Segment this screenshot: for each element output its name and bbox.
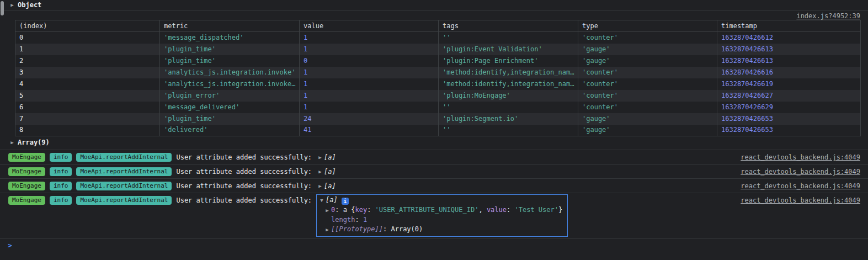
cell-value: 1 <box>300 78 439 90</box>
cell-timestamp: 1632870426653 <box>717 113 861 125</box>
cell-tags: '' <box>439 32 578 44</box>
col-header-tags[interactable]: tags <box>439 20 578 32</box>
cell-index: 3 <box>15 67 160 78</box>
cell-value: 1 <box>300 102 439 113</box>
cell-index: 5 <box>15 90 160 102</box>
source-link[interactable]: react_devtools_backend.js:4049 <box>741 196 860 205</box>
badge-moeapi: MoeApi.reportAddInternal <box>76 167 172 176</box>
cell-value: 1 <box>300 90 439 102</box>
badge-moeapi: MoeApi.reportAddInternal <box>76 182 172 190</box>
cell-value: 1 <box>300 44 439 55</box>
cell-value: 1 <box>300 67 439 78</box>
cell-metric: 'plugin_error' <box>160 90 300 102</box>
badge-moengage: MoEngage <box>8 196 45 205</box>
tree-prototype-row[interactable]: ▶[[Prototype]]: Array(0) <box>318 225 562 235</box>
cell-value: 24 <box>300 113 439 125</box>
table-row: 8 'delivered' 41 '' 'gauge' 163287042665… <box>15 125 861 136</box>
col-header-metric[interactable]: metric <box>160 20 300 32</box>
expand-triangle-icon[interactable]: ▶ <box>323 206 331 215</box>
cell-type: 'gauge' <box>578 113 717 125</box>
info-icon[interactable]: i <box>342 198 349 205</box>
cell-timestamp: 1632870426653 <box>717 125 861 136</box>
array-preview: [a] <box>324 181 336 191</box>
badge-moeapi: MoeApi.reportAddInternal <box>76 196 172 205</box>
badge-moengage: MoEngage <box>8 182 45 190</box>
tree-length-row: length: 1 <box>318 215 562 225</box>
col-header-type[interactable]: type <box>578 20 717 32</box>
string-value: 'Test User' <box>514 206 558 214</box>
array-preview-toggle[interactable]: ▶[a] <box>316 167 336 177</box>
cell-value: 1 <box>300 32 439 44</box>
expand-triangle-icon[interactable]: ▶ <box>8 2 16 9</box>
cell-index: 0 <box>15 32 160 44</box>
class-name: a <box>343 206 351 214</box>
punctuation: : <box>507 206 514 214</box>
prompt-chevron-icon: > <box>8 241 12 251</box>
tree-item-row[interactable]: ▶0: a {key: 'USER_ATTRIBUTE_UNIQUE_ID', … <box>318 205 562 215</box>
source-link[interactable]: react_devtools_backend.js:4049 <box>741 153 860 162</box>
cell-timestamp: 1632870426627 <box>717 90 861 102</box>
cell-tags: '' <box>439 102 578 113</box>
cell-value: 0 <box>300 55 439 67</box>
cell-value: 41 <box>300 125 439 136</box>
expand-triangle-icon[interactable]: ▶ <box>316 181 324 191</box>
console-log-row-expanded: MoEngage info MoeApi.reportAddInternal U… <box>0 193 868 239</box>
cell-timestamp: 1632870426619 <box>717 78 861 90</box>
object-label[interactable]: Object <box>18 1 41 10</box>
cell-index: 2 <box>15 55 160 67</box>
cell-metric: 'message_dispatched' <box>160 32 300 44</box>
left-scrollbar-thumb[interactable] <box>1 1 4 15</box>
col-header-value[interactable]: value <box>300 20 439 32</box>
badge-info: info <box>50 153 72 162</box>
source-link[interactable]: react_devtools_backend.js:4049 <box>741 182 860 191</box>
cell-timestamp: 1632870426616 <box>717 67 861 78</box>
cell-tags: 'method:identify,integration_nam… <box>439 67 578 78</box>
cell-metric: 'plugin_time' <box>160 55 300 67</box>
log-message: User attribute added successfully: <box>176 167 312 177</box>
col-header-index[interactable]: (index) <box>15 20 160 32</box>
cell-metric: 'plugin_time' <box>160 44 300 55</box>
cell-type: 'counter' <box>578 90 717 102</box>
punctuation: : <box>355 216 363 224</box>
array-preview-toggle[interactable]: ▶[a] <box>316 152 336 162</box>
console-table: (index) metric value tags type timestamp… <box>15 20 861 136</box>
badge-info: info <box>50 167 72 176</box>
prototype-key: [[Prototype]] <box>331 225 383 233</box>
expand-triangle-icon[interactable]: ▶ <box>316 152 324 162</box>
number-value: 1 <box>363 216 367 224</box>
array-label[interactable]: Array(9) <box>18 138 50 147</box>
badge-moengage: MoEngage <box>8 153 45 162</box>
expanded-object-tree: ▼[a]i ▶0: a {key: 'USER_ATTRIBUTE_UNIQUE… <box>316 194 568 237</box>
tree-root-row[interactable]: ▼[a]i <box>318 195 562 205</box>
cell-index: 4 <box>15 78 160 90</box>
cell-type: 'counter' <box>578 67 717 78</box>
col-header-timestamp[interactable]: timestamp <box>717 20 861 32</box>
cell-metric: 'analytics_js.integration.invoke' <box>160 67 300 78</box>
punctuation: : <box>335 206 343 214</box>
array-preview: [a] <box>326 196 338 204</box>
source-link[interactable]: index.js?4952:39 <box>796 12 860 21</box>
string-value: 'USER_ATTRIBUTE_UNIQUE_ID' <box>375 206 479 214</box>
log-message: User attribute added successfully: <box>176 152 312 162</box>
cell-timestamp: 1632870426612 <box>717 32 861 44</box>
cell-metric: 'plugin_time' <box>160 113 300 125</box>
expand-triangle-icon[interactable]: ▶ <box>323 225 331 235</box>
array-preview: [a] <box>324 152 336 162</box>
collapse-triangle-icon[interactable]: ▼ <box>318 196 326 205</box>
expand-triangle-icon[interactable]: ▶ <box>8 139 16 146</box>
source-link[interactable]: react_devtools_backend.js:4049 <box>741 167 860 177</box>
console-entry-table: index.js?4952:39 (index) metric value ta… <box>0 10 868 150</box>
property-key-length: length <box>331 216 355 224</box>
table-row: 1 'plugin_time' 1 'plugin:Event Validati… <box>15 44 861 55</box>
array-preview-toggle[interactable]: ▶[a] <box>316 181 336 191</box>
punctuation: : <box>383 225 391 233</box>
badge-moeapi: MoeApi.reportAddInternal <box>76 153 172 162</box>
devtools-console-panel: ▶ Object index.js?4952:39 (index) metric… <box>0 0 868 260</box>
cell-index: 6 <box>15 102 160 113</box>
cell-tags: '' <box>439 125 578 136</box>
expand-triangle-icon[interactable]: ▶ <box>316 167 324 177</box>
cell-type: 'counter' <box>578 32 717 44</box>
cell-type: 'counter' <box>578 78 717 90</box>
cell-type: 'counter' <box>578 102 717 113</box>
console-input[interactable] <box>17 239 868 252</box>
